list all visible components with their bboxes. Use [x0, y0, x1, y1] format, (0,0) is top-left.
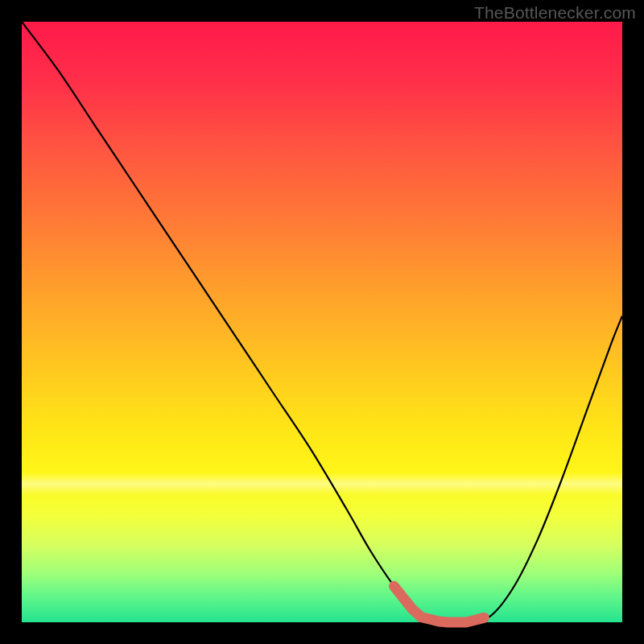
bottleneck-curve	[22, 22, 622, 623]
plot-area	[22, 22, 622, 622]
chart-frame: TheBottlenecker.com	[0, 0, 644, 644]
watermark-text: TheBottlenecker.com	[474, 3, 636, 23]
highlight-segment	[394, 586, 485, 622]
curve-svg	[22, 22, 622, 622]
